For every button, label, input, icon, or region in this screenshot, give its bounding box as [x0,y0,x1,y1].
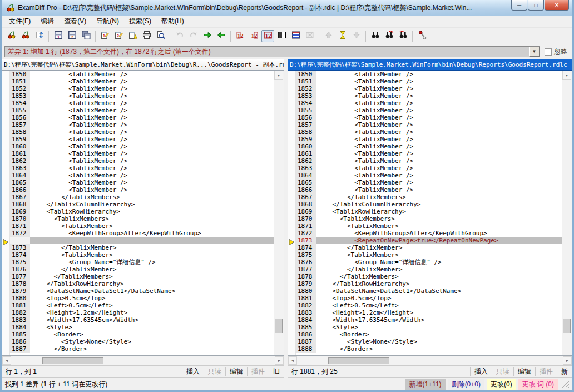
swap-panes-button[interactable] [33,30,46,42]
scroll-down-button[interactable] [274,71,283,80]
line-text: <TablixMember /> [316,157,562,165]
title-bar[interactable]: ExamDiff Pro - D:\程序\完整代码\框架\Sample.Mark… [2,0,572,16]
code-line: 1888 </Border> [296,345,562,353]
line-number: 1860 [10,143,30,150]
line-number: 1878 [10,280,30,287]
code-line: 1857 <TablixMember /> [10,121,274,128]
line-number: 1857 [296,121,316,128]
first-file-header[interactable]: D:\程序\完整代码\框架\Sample.Market.WinForm\bin\… [2,59,284,71]
line-text: <Style> [316,324,562,331]
resize-grip[interactable] [562,381,569,388]
line-number: 1871 [10,222,30,230]
ignore-checkbox[interactable] [545,48,552,56]
save-first-icon: 1 [54,31,63,42]
line-text: </TablixMembers> [316,273,562,280]
line-text: </TablixColumnHierarchy> [30,201,274,208]
menu-edit[interactable]: 编辑 [36,16,59,27]
mode-plugins[interactable]: 插件 [535,367,557,376]
diff-dropdown-button[interactable]: ▼ [529,47,540,57]
line-number: 1868 [296,201,316,208]
mode-edit[interactable]: 编辑 [225,367,247,376]
save-all-button[interactable] [80,30,92,42]
ignore-control[interactable]: 忽略 [545,47,570,57]
save-second-button[interactable]: 2 [66,30,78,42]
vertical-scrollbar-thumb[interactable] [563,319,571,333]
first-file-vertical-scrollbar[interactable] [274,71,284,355]
edit-second-button[interactable]: 2 [112,30,125,42]
copy-to-left-button[interactable] [215,30,227,42]
menu-help[interactable]: 帮助(H) [156,16,189,27]
view-first-icon: 12 [236,31,245,42]
print-preview-button[interactable] [154,30,167,42]
horizontal-scrollbar-thumb[interactable] [328,357,389,364]
statistics-button[interactable] [289,30,302,42]
minimize-button[interactable]: ─ [511,0,527,11]
line-text: <Height>1.2cm</Height> [30,309,274,316]
line-text: </TablixMembers> [30,273,274,280]
horizontal-scrollbar-thumb[interactable] [42,357,103,364]
mode-readonly[interactable]: 只读 [492,367,513,376]
mode-readonly[interactable]: 只读 [204,367,225,376]
line-text: <Left>0.5cm</Left> [316,302,562,309]
find-next-button[interactable] [383,30,395,42]
recompare-button[interactable] [19,30,32,42]
second-file-vertical-scrollbar[interactable] [562,71,572,355]
compare-button[interactable] [5,30,18,42]
code-line: 1861 <TablixMember /> [296,150,562,157]
line-number: 1885 [10,331,30,338]
current-difference-button[interactable] [336,30,349,42]
menu-navigate[interactable]: 导航(N) [91,16,124,27]
toolbar-separator [412,31,413,42]
line-number: 1876 [296,259,316,266]
show-both-button[interactable]: 12 [261,30,274,42]
scroll-left-button[interactable] [2,356,11,365]
diff-message-combo[interactable]: 差异 1: 增加 1 行 (1873，第二个文件)，在 1872 行之后 (第一… [4,46,540,57]
scroll-right-button[interactable] [275,356,284,365]
menu-view[interactable]: 查看(V) [59,16,91,27]
menu-search[interactable]: 搜索(S) [124,16,156,27]
svg-text:1: 1 [103,34,105,38]
edit-options-button[interactable] [126,30,139,42]
show-first-only-button[interactable]: 12 [234,30,246,42]
menu-file[interactable]: 文件(F) [4,16,36,27]
next-difference-button [350,30,363,42]
print-button[interactable] [140,30,153,42]
mode-insert[interactable]: 插入 [470,367,492,376]
line-text: <TablixMember /> [30,121,274,128]
find-previous-button[interactable] [397,30,409,42]
show-second-only-button[interactable]: 12 [248,30,260,42]
scroll-right-button[interactable] [563,356,572,365]
close-button[interactable]: × [545,0,569,11]
first-file-code-area[interactable]: 1850 <TablixMember />1851 <TablixMember … [10,71,274,355]
edit-first-button[interactable]: 1 [98,30,111,42]
save-first-button[interactable]: 1 [52,30,65,42]
second-file-horizontal-scrollbar[interactable] [288,356,572,365]
line-number: 1864 [10,172,30,179]
mode-old[interactable]: 旧 [269,367,284,376]
first-file-body: 1850 <TablixMember />1851 <TablixMember … [2,71,284,356]
mode-plugins[interactable]: 插件 [247,367,269,376]
copy-to-right-button[interactable] [201,30,214,42]
svg-text:2: 2 [117,34,119,38]
line-text: <TablixMember /> [30,172,274,179]
vertical-scrollbar-thumb[interactable] [275,319,283,333]
scroll-down-button[interactable] [562,71,571,80]
code-line: 1872 <KeepWithGroup>After</KeepWithGroup… [10,230,274,237]
second-file-code-area[interactable]: 1850 <TablixMember />1851 <TablixMember … [296,71,562,355]
first-file-horizontal-scrollbar[interactable] [2,356,284,365]
code-line: 1880 <Top>0.5cm</Top> [10,295,274,302]
line-number: 1879 [296,280,316,287]
statistics-icon [291,31,300,42]
line-text: <TablixMember /> [30,157,274,165]
line-number: 1882 [10,309,30,316]
scroll-left-button[interactable] [288,356,297,365]
split-view-button[interactable] [275,30,288,42]
second-file-header[interactable]: D:\程序\完整代码\框架\Sample.Market.WinForm\bin\… [288,59,572,71]
maximize-button[interactable]: □ [528,0,544,11]
mode-new[interactable]: 新 [557,367,572,376]
mode-edit[interactable]: 编辑 [513,367,535,376]
mode-insert[interactable]: 插入 [182,367,204,376]
find-button[interactable] [369,30,382,42]
options-button[interactable] [415,30,428,42]
code-line: 1875 <TablixMember> [296,251,562,259]
